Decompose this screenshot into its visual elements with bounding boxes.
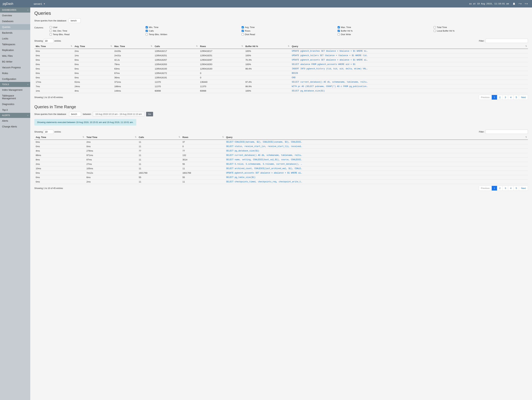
page-button[interactable]: 4 [508, 95, 514, 100]
column-header[interactable]: Query⇅ [290, 44, 528, 49]
db-select[interactable]: bench [69, 18, 81, 23]
column-checkbox[interactable] [338, 33, 340, 36]
sidebar-item-bg-writer[interactable]: BG Writer [0, 59, 30, 64]
sidebar-item-roles[interactable]: Roles [0, 70, 30, 76]
page-button[interactable]: 2 [497, 95, 503, 100]
sidebar-item-overview[interactable]: Overview [0, 13, 30, 18]
sidebar-item-tablespace-management[interactable]: Tablespace Management [0, 93, 30, 101]
query-link[interactable]: INSERT INTO pgbench_history (tid, bid, a… [290, 67, 528, 71]
query-link[interactable]: SELECT checkpoints_timed, checkpoints_re… [225, 180, 528, 184]
sidebar-item-locks[interactable]: Locks [0, 36, 30, 41]
page-button[interactable]: 2 [497, 186, 503, 190]
column-header[interactable]: Avg. Time⇅ [34, 135, 85, 140]
sidebar-section-header[interactable]: TOOLS› [0, 82, 30, 87]
column-checkbox[interactable] [242, 26, 244, 28]
query-link[interactable]: SELECT abalance FROM pgbench_accounts WH… [290, 62, 528, 67]
cell: 0ms [34, 144, 85, 149]
sidebar-item-tablespaces[interactable]: Tablespaces [0, 41, 30, 47]
page-button[interactable]: 3 [503, 95, 508, 100]
column-checkbox[interactable] [146, 30, 148, 32]
chart-icon[interactable]: ▼ [518, 2, 522, 6]
query-link[interactable]: SELECT archived_count, COALESCE(last_arc… [225, 166, 528, 171]
sidebar-item-change-alerts[interactable]: Change Alerts [0, 124, 30, 129]
column-checkbox[interactable] [50, 30, 52, 32]
query-link[interactable]: UPDATE pgbench_tellers SET tbalance = tb… [290, 53, 528, 58]
query-link[interactable]: UPDATE pgbench_accounts SET abalance = a… [290, 58, 528, 62]
entries-input[interactable] [44, 39, 53, 43]
column-header[interactable]: Rows⇅ [181, 135, 225, 140]
page-button[interactable]: 5 [514, 95, 519, 100]
column-header[interactable]: Query⇅ [225, 135, 528, 140]
column-header[interactable]: Buffer Hit %⇅ [244, 44, 290, 49]
sidebar-item-diagnostics[interactable]: Diagnostics [0, 101, 30, 107]
query-link[interactable]: SELECT pg_table_size($1) [225, 175, 528, 180]
query-link[interactable]: UPDATE pgbench_branches SET bbalance = b… [290, 49, 528, 53]
column-header[interactable]: Min. Time⇅ [34, 44, 73, 49]
cell: 1295418267 [199, 58, 244, 62]
column-header[interactable]: Calls⇅ [153, 44, 199, 49]
query-link[interactable]: SELECT status, receive_start_lsn, receiv… [225, 144, 528, 149]
column-checkbox[interactable] [434, 30, 436, 32]
sidebar-item-replication[interactable]: Replication [0, 47, 30, 53]
page-button[interactable]: Next [519, 186, 528, 190]
sidebar-item-databases[interactable]: Databases [0, 18, 30, 24]
sidebar-item-index-management[interactable]: Index Management [0, 87, 30, 93]
query-link[interactable]: BEGIN [290, 71, 528, 76]
sidebar-section-header[interactable]: ALERTS› [0, 113, 30, 118]
page-button[interactable]: 1 [492, 95, 497, 100]
sidebar-item-queries[interactable]: Queries [0, 24, 30, 30]
column-checkbox[interactable] [434, 26, 436, 28]
column-header[interactable]: Rows⇅ [199, 44, 244, 49]
cell: 99.4% [244, 67, 290, 71]
time-range-picker[interactable]: 19 Aug 2019 10:13 am - 19 Aug 2019 11:13… [93, 112, 144, 117]
page-button[interactable]: 3 [503, 186, 508, 190]
column-checkbox[interactable] [242, 33, 244, 36]
entries-input-2[interactable] [44, 130, 53, 134]
column-checkbox[interactable] [242, 30, 244, 32]
sidebar-item-configuration[interactable]: Configuration [0, 76, 30, 82]
cell: 4ms [73, 89, 113, 93]
column-header[interactable]: Calls⇅ [138, 135, 181, 140]
sidebar-item-vacuum-progress[interactable]: Vacuum Progress [0, 64, 30, 70]
sidebar-item-wal-files[interactable]: WAL Files [0, 53, 30, 59]
page-button[interactable]: 5 [514, 186, 519, 190]
filter-input[interactable] [485, 39, 528, 43]
sidebar-item-backends[interactable]: Backends [0, 30, 30, 36]
column-checkbox[interactable] [146, 26, 148, 28]
query-link[interactable]: SELECT name, setting, COALESCE(boot_val,… [225, 158, 528, 162]
cell: 1295418251 [153, 53, 199, 58]
db-select-2[interactable]: bench [69, 112, 81, 116]
go-button[interactable]: Go [146, 112, 153, 116]
sort-icon: ⇅ [196, 45, 198, 47]
query-link[interactable]: SELECT COALESCE(datname, $2), COALESCE(u… [225, 140, 528, 144]
column-checkbox[interactable] [338, 26, 340, 28]
query-link[interactable]: SELECT S.relid, S.schemaname, S.relname,… [225, 162, 528, 166]
column-header[interactable]: Avg. Time⇅ [73, 44, 113, 49]
server-dropdown[interactable]: server1 ▼ [34, 2, 45, 5]
query-link[interactable]: UPDATE pgbench_accounts SET abalance = a… [225, 171, 528, 175]
gear-icon[interactable]: ▼ [525, 2, 528, 6]
column-checkbox[interactable] [50, 33, 52, 36]
page-button[interactable]: Next [519, 95, 528, 100]
cell: 88ms [34, 153, 85, 158]
query-link[interactable]: SELECT pg_database_size($1) [225, 149, 528, 153]
query-link[interactable]: END [290, 76, 528, 80]
query-link[interactable]: SELECT pg_database_size($1) [290, 89, 528, 93]
sidebar-section-header[interactable]: DASHBOARDS› [0, 7, 30, 13]
column-header[interactable]: Total Time⇅ [85, 135, 138, 140]
sort-icon: ⇅ [82, 136, 84, 138]
query-link[interactable]: WITH pc AS (SELECT pubname, COUNT(*) AS … [290, 84, 528, 89]
filter-input-2[interactable] [485, 130, 528, 134]
column-checkbox[interactable] [338, 30, 340, 32]
column-header[interactable]: Max. Time⇅ [113, 44, 153, 49]
column-checkbox[interactable] [146, 33, 148, 36]
page-button[interactable]: 4 [508, 186, 514, 190]
cell: 0ms [73, 71, 113, 76]
sidebar-item-top-k[interactable]: Top k [0, 107, 30, 113]
query-link[interactable]: SELECT current_database() AS db, scheman… [225, 153, 528, 158]
bell-icon[interactable] [512, 2, 516, 6]
sidebar-item-alerts[interactable]: Alerts [0, 118, 30, 124]
query-link[interactable]: SELECT current_database() AS db, scheman… [290, 80, 528, 84]
page-button[interactable]: 1 [492, 186, 497, 190]
column-checkbox[interactable] [50, 26, 52, 28]
